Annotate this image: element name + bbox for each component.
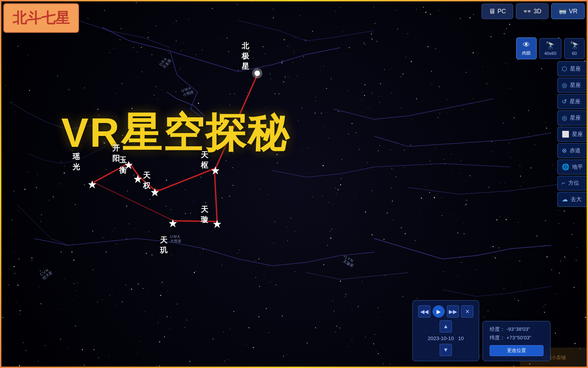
sidebar-label-5: 赤道 <box>570 147 581 154</box>
naked-eye-btn[interactable]: 👁 肉眼 <box>516 37 537 59</box>
star-label-yuheng: 玉衡 <box>119 155 127 175</box>
sidebar-label-6: 地平 <box>572 164 583 171</box>
title-badge-text: 北斗七星 <box>13 10 70 26</box>
star-label-tianxuan: 天璇 <box>201 204 208 225</box>
svg-marker-7 <box>151 188 159 196</box>
down-btn[interactable]: ▼ <box>440 344 452 356</box>
name-icon: ◎ <box>562 81 567 89</box>
line-icon: ◎ <box>562 114 567 122</box>
svg-marker-8 <box>134 175 142 183</box>
const-label-uma-big: UMA 大熊座 <box>170 234 181 244</box>
view-mode-controls: 🖥 PC 👓 3D 🥽 VR <box>481 3 585 19</box>
border-right-edge <box>587 0 588 368</box>
main-title: VR星空探秘 <box>61 106 290 161</box>
vr-mode-btn[interactable]: 🥽 VR <box>551 3 585 19</box>
sidebar-label-1: 星座 <box>570 82 581 89</box>
sidebar-azimuth[interactable]: ⌐ 方位 <box>557 176 588 190</box>
latitude-label: 纬度： <box>490 335 505 340</box>
sidebar-label-7: 方位 <box>568 180 579 187</box>
instrument-controls: 👁 肉眼 🔭 40x60 🔭 60 <box>516 37 585 59</box>
latitude-row: 纬度： +73°50'03" <box>490 335 543 341</box>
binoculars-icon: 🔭 <box>546 41 555 50</box>
eye-icon: 👁 <box>523 41 530 49</box>
sidebar-constellation-grid[interactable]: ⬜ 星座 <box>557 127 588 142</box>
glasses-icon: 👓 <box>523 7 532 15</box>
playback-buttons: ◀◀ ▶ ▶▶ ✕ <box>418 305 473 318</box>
border-bottom <box>0 367 588 368</box>
sidebar-menu: ⬡ 星座 ◎ 星座 ↺ 星座 ◎ 星座 ⬜ 星座 ⊗ 赤道 🌐 地平 ⌐ 方位 <box>557 61 588 207</box>
star-label-polaris: 北极星 <box>242 41 249 72</box>
svg-point-3 <box>252 68 262 78</box>
sidebar-constellation-line[interactable]: ◎ 星座 <box>557 110 588 125</box>
up-btn[interactable]: ▲ <box>440 320 452 333</box>
cloud-icon: ☁ <box>562 196 568 203</box>
latitude-value: +73°50'03" <box>506 335 531 340</box>
equator-icon: ⊗ <box>562 147 567 154</box>
3d-mode-btn[interactable]: 👓 3D <box>516 3 549 19</box>
longitude-label: 经度： <box>490 326 505 332</box>
boundary-icon: ⬡ <box>562 65 567 73</box>
longitude-value: -93°38'03" <box>506 326 530 332</box>
pc-mode-btn[interactable]: 🖥 PC <box>481 4 513 19</box>
sidebar-label-4: 星座 <box>572 131 583 138</box>
longitude-row: 经度： -93°38'03" <box>490 326 543 333</box>
playback-panel: ◀◀ ▶ ▶▶ ✕ ▲ 2023-10-10 10 ▼ <box>412 300 479 361</box>
sidebar-label-0: 星座 <box>570 65 581 73</box>
sidebar-constellation-boundary[interactable]: ⬡ 星座 <box>557 61 588 76</box>
telescope-label: 60 <box>572 51 577 56</box>
update-location-btn[interactable]: 更改位置 <box>490 345 543 356</box>
nav-arrows: ▲ <box>440 320 452 333</box>
sidebar-label-8: 去大 <box>571 196 582 203</box>
title-badge: 北斗七星 <box>3 3 79 33</box>
constellation-map <box>0 0 588 368</box>
monitor-icon: 🖥 <box>489 7 495 15</box>
svg-line-1 <box>94 182 174 221</box>
pc-label: PC <box>497 8 506 15</box>
svg-marker-4 <box>211 166 219 174</box>
date-value: 2023-10-10 <box>428 335 454 341</box>
art-icon: ↺ <box>562 98 567 105</box>
sidebar-equator[interactable]: ⊗ 赤道 <box>557 143 588 158</box>
rewind-btn[interactable]: ◀◀ <box>418 305 430 318</box>
telescope-btn[interactable]: 🔭 60 <box>564 38 585 59</box>
vr-label: VR <box>569 8 577 15</box>
time-value: 10 <box>458 335 464 341</box>
sidebar-horizon[interactable]: 🌐 地平 <box>557 159 588 174</box>
border-left <box>0 0 1 368</box>
sidebar-label-2: 星座 <box>570 98 581 105</box>
star-label-tianquan: 天权 <box>143 170 150 191</box>
sidebar-deep-sky[interactable]: ☁ 去大 <box>557 192 588 207</box>
forward-btn[interactable]: ▶▶ <box>447 305 459 318</box>
sidebar-label-3: 星座 <box>570 114 581 122</box>
sidebar-constellation-name[interactable]: ◎ 星座 <box>557 78 588 93</box>
star-label-kaiyang: 开阳 <box>112 143 120 164</box>
star-label-tianshu: 天枢 <box>201 150 208 170</box>
border-top <box>0 0 588 1</box>
horizon-icon: 🌐 <box>562 163 569 171</box>
sidebar-constellation-art[interactable]: ↺ 星座 <box>557 94 588 109</box>
star-label-tianji: 天玑 <box>160 235 167 256</box>
binoculars-label: 40x60 <box>544 51 556 56</box>
azimuth-icon: ⌐ <box>562 180 566 187</box>
close-btn[interactable]: ✕ <box>461 305 473 318</box>
star-label-yaoguang: 瑶光 <box>72 152 80 172</box>
grid-icon: ⬜ <box>562 131 569 138</box>
nav-arrows-down: ▼ <box>440 344 452 356</box>
vr-icon: 🥽 <box>558 7 567 15</box>
play-btn[interactable]: ▶ <box>432 305 445 318</box>
location-panel: 经度： -93°38'03" 纬度： +73°50'03" 更改位置 <box>483 321 551 361</box>
telescope-icon: 🔭 <box>570 41 579 50</box>
3d-label: 3D <box>534 8 541 15</box>
naked-eye-label: 肉眼 <box>522 50 531 56</box>
binoculars-btn[interactable]: 🔭 40x60 <box>539 38 561 59</box>
date-display: 2023-10-10 10 <box>428 335 464 341</box>
